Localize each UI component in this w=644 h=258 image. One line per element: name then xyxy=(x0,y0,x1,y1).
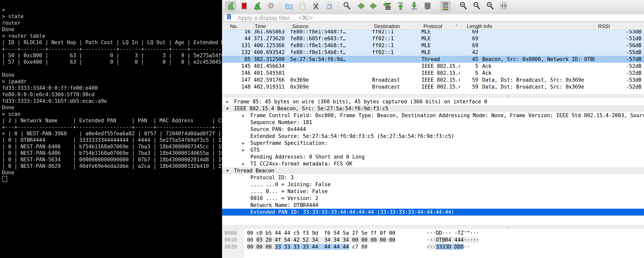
capture-options-button[interactable]: ⚙ xyxy=(265,1,276,12)
auto-scroll-button[interactable] xyxy=(422,1,433,12)
detail-row[interactable]: Pending Addresses: 0 Short and 0 Long xyxy=(222,154,644,160)
bookmark-icon[interactable] xyxy=(226,14,235,22)
column-header-source[interactable]: Source xyxy=(292,23,308,30)
resize-columns-button[interactable] xyxy=(498,1,510,12)
detail-row[interactable]: Extended Source: 5e:27:5a:54:f6:9d:f3:c5… xyxy=(222,133,644,140)
detail-row[interactable]: Network Name: OTBR4444 xyxy=(222,202,644,209)
terminal-line: router xyxy=(2,20,222,26)
packet-cell-source: fe80::605f:e603:f… xyxy=(290,35,371,42)
expand-expander-icon[interactable]: ▶ xyxy=(242,160,245,167)
packet-cell-protocol: Thread xyxy=(422,56,460,63)
detail-row[interactable]: Extended PAN ID: 33:33:33:33:44:44:44:44… xyxy=(222,209,644,216)
hex-segment: 00 00 00 xyxy=(247,244,275,250)
detail-row[interactable]: .... 0... = Native: False xyxy=(222,188,644,195)
collapse-expander-icon[interactable]: ▼ xyxy=(226,167,229,174)
detail-row[interactable]: ▶Superframe Specification: xyxy=(222,140,644,146)
go-back-button[interactable] xyxy=(355,1,366,12)
expand-expander-icon[interactable]: ▶ xyxy=(226,98,229,105)
terminal-output: >> staterouterDone> router table| ID | R… xyxy=(2,7,222,182)
column-header-destination[interactable]: Destination xyxy=(374,23,400,30)
detail-row[interactable]: ▶Frame Control Field: 0xc000, Frame Type… xyxy=(222,112,644,119)
packet-row[interactable]: 132400.693542fe80::f8e1:54b8:f…ff02::1ML… xyxy=(222,49,644,56)
zoom-reset-button[interactable]: = xyxy=(484,1,496,12)
zoom-out-button[interactable]: − xyxy=(471,1,482,12)
filter-placeholder: Apply a display filter ... <⌘/> xyxy=(238,14,313,21)
packet-list-pane: No.TimeSourceDestinationProtocol^LengthI… xyxy=(222,23,644,94)
save-file-icon: 010100110101110 xyxy=(298,2,307,11)
packet-list-details-splitter[interactable] xyxy=(222,94,644,98)
collapse-expander-icon[interactable]: ▼ xyxy=(226,105,229,112)
detail-row[interactable]: ▼Thread Beacon xyxy=(222,167,644,174)
go-last-button[interactable] xyxy=(408,1,420,12)
packet-cell-rssi: -57dB xyxy=(595,56,642,63)
packet-cell-rssi: -56dB xyxy=(595,42,642,49)
terminal-window[interactable]: >> staterouterDone> router table| ID | R… xyxy=(0,0,222,258)
hex-row[interactable]: 002000 00 00 33 33 33 33 44 44 44 44 c7 … xyxy=(222,244,644,250)
packet-cell-time: 402.591766 xyxy=(254,76,289,84)
packet-cell-info: Beacon, Src: 0x0000, Network ID: OTBR444… xyxy=(482,56,594,63)
expand-expander-icon[interactable]: ▶ xyxy=(242,112,245,119)
packet-row[interactable]: 16361.665863fe80::f8e1:54b8:f…ff02::1MLE… xyxy=(222,30,644,35)
start-capture-button[interactable] xyxy=(225,1,236,12)
detail-row[interactable]: .... ...0 = Joining: False xyxy=(222,181,644,188)
close-file-button[interactable]: 010100110101110 xyxy=(310,1,322,12)
detail-row[interactable]: Sequence Number: 181 xyxy=(222,119,644,126)
detail-row[interactable]: ▶TI CC24xx-format metadata: FCS OK xyxy=(222,160,644,167)
go-first-button[interactable] xyxy=(395,1,406,12)
save-file-button[interactable]: 010100110101110 xyxy=(296,1,308,12)
hex-row[interactable]: 000000 c0 b5 44 44 c5 f3 9d f6 54 5a 27 … xyxy=(222,230,644,236)
detail-text: Source PAN: 0x4444 xyxy=(250,126,306,133)
open-file-button[interactable] xyxy=(283,1,294,12)
packet-row[interactable]: 44371.273620fe80::605f:e603:f…ff02::1MLE… xyxy=(222,35,644,42)
svg-text:01110: 01110 xyxy=(300,7,305,9)
detail-row[interactable]: Protocol ID: 3 xyxy=(222,174,644,181)
expand-expander-icon[interactable]: ▶ xyxy=(242,146,245,154)
detail-text: Frame Control Field: 0xc000, Frame Type:… xyxy=(250,112,644,119)
details-bytes-splitter[interactable] xyxy=(222,225,644,228)
zoom-in-button[interactable]: + xyxy=(458,1,469,12)
column-header-no[interactable]: No. xyxy=(230,23,238,30)
go-to-packet-button[interactable] xyxy=(382,1,393,12)
packet-row[interactable]: 131400.125366fe80::f8e1:54b8:f…ff02::1ML… xyxy=(222,42,644,49)
packet-row[interactable]: 147402.5917660x369eBroadcastIEEE 802.15.… xyxy=(222,76,644,84)
packet-row[interactable]: 85382.3125005e:27:5a:54:f6:9d…Thread45Be… xyxy=(222,56,644,63)
column-header-protocol[interactable]: Protocol xyxy=(424,23,442,30)
packet-cell-length: 45 xyxy=(460,56,480,63)
packet-list-header: No.TimeSourceDestinationProtocol^LengthI… xyxy=(222,23,644,30)
detail-text: Superframe Specification: xyxy=(250,140,328,146)
restart-capture-button[interactable] xyxy=(252,1,263,12)
stop-capture-button[interactable] xyxy=(238,1,250,12)
detail-row[interactable]: ▶GTS xyxy=(222,146,644,154)
column-header-length[interactable]: Length xyxy=(467,23,482,30)
detail-row[interactable]: ▼IEEE 802.15.4 Beacon, Src: 5e:27:5a:54:… xyxy=(222,105,644,112)
column-header-time[interactable]: Time xyxy=(255,23,266,30)
column-header-rssi[interactable]: RSSI xyxy=(598,23,610,30)
hex-offset: 0020 xyxy=(224,244,237,250)
packet-cell-rssi: -51dB xyxy=(595,35,642,42)
main-toolbar: ⚙010100110101110010100110101110010100110… xyxy=(222,0,644,12)
display-filter-input[interactable]: Apply a display filter ... <⌘/> xyxy=(224,14,644,22)
go-first-icon xyxy=(396,2,405,11)
column-header-info[interactable]: Info xyxy=(484,23,492,30)
zoom-in-icon: + xyxy=(459,2,468,11)
terminal-line: > state xyxy=(2,13,222,20)
packet-cell-time: 400.125366 xyxy=(254,42,289,49)
detail-row[interactable]: ▶Frame 85: 45 bytes on wire (360 bits), … xyxy=(222,98,644,105)
packet-row[interactable]: 148402.9193110x369eBroadcastIEEE 802.15.… xyxy=(222,84,644,90)
hex-row[interactable]: 001000 03 20 4f 54 42 52 34 34 34 34 00 … xyxy=(222,236,644,244)
packet-row[interactable]: 145401.456634IEEE 802.15.45Ack-52dB xyxy=(222,63,644,70)
reload-file-icon: 010100110101110 xyxy=(324,2,334,11)
toolbar-separator xyxy=(280,2,280,11)
hex-offset: 0010 xyxy=(224,236,237,244)
detail-row[interactable]: 0010 .... = Version: 2 xyxy=(222,195,644,202)
expand-expander-icon[interactable]: ▶ xyxy=(242,140,245,146)
packet-cell-destination: ff02::1 xyxy=(372,49,420,56)
packet-cell-protocol: MLE xyxy=(422,35,460,42)
reload-file-button[interactable]: 010100110101110 xyxy=(324,1,335,12)
packet-row[interactable]: 146401.545501IEEE 802.15.45Ack-52dB xyxy=(222,70,644,76)
find-packet-button[interactable] xyxy=(341,1,353,12)
detail-row[interactable]: Source PAN: 0x4444 xyxy=(222,126,644,133)
colorize-button[interactable] xyxy=(440,1,451,12)
go-forward-button[interactable] xyxy=(368,1,380,12)
detail-text: Protocol ID: 3 xyxy=(250,174,294,181)
